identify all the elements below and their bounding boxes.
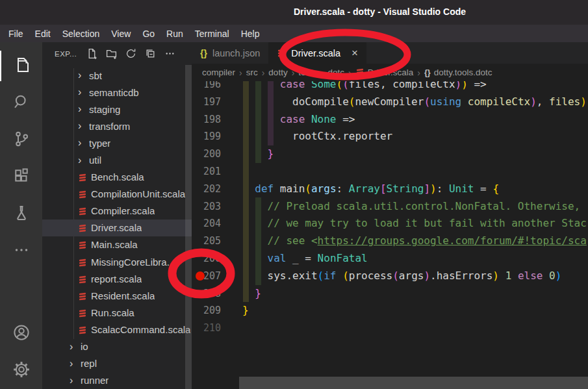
sidebar-scrollbar[interactable] (185, 65, 192, 389)
code-line-text: } (221, 285, 261, 303)
tree-item-sbt[interactable]: ›sbt (42, 67, 192, 84)
line-number: 200 (192, 145, 221, 163)
activity-search[interactable] (0, 84, 42, 121)
tree-item-semanticdb[interactable]: ›semanticdb (42, 84, 192, 101)
scala-file-icon (78, 257, 91, 267)
tree-item-typer[interactable]: ›typer (42, 134, 192, 151)
chevron-right-icon: › (70, 375, 81, 386)
code-line-201[interactable]: 201 (192, 163, 588, 181)
gear-icon (12, 360, 31, 382)
activity-settings[interactable] (0, 352, 42, 389)
tab-driver-scala[interactable]: Driver.scala× (268, 42, 366, 64)
collapse-all-icon[interactable] (143, 46, 158, 61)
code-line-198[interactable]: 198 case None => (192, 111, 588, 129)
tree-item-staging[interactable]: ›staging (42, 101, 192, 118)
breadcrumb-item-dotc[interactable]: dotc (328, 68, 345, 77)
tree-item-report-scala[interactable]: report.scala (42, 270, 192, 287)
scala-file-icon (78, 274, 87, 284)
code-line-205[interactable]: 205 // see <https://groups.google.com/fo… (192, 232, 588, 250)
code-line-197[interactable]: 197 doCompile(newCompiler(using compileC… (192, 94, 588, 111)
scala-file-icon (78, 223, 87, 232)
tree-item-compiler-scala[interactable]: Compiler.scala (42, 203, 192, 220)
tab-launch-json[interactable]: {}launch.json (192, 42, 268, 64)
tree-item-driver-scala[interactable]: Driver.scala (42, 220, 192, 236)
new-folder-icon[interactable] (104, 46, 119, 61)
tree-item-run-scala[interactable]: Run.scala (42, 304, 192, 321)
tree-item-compilationunit-scala[interactable]: CompilationUnit.scala (42, 186, 192, 203)
scala-file-icon (78, 291, 87, 301)
code-line-206[interactable]: 206 val _ = NonFatal (192, 250, 588, 268)
line-number: 206 (192, 250, 221, 268)
chevron-right-icon: › (78, 155, 89, 166)
menu-edit[interactable]: Edit (29, 29, 57, 39)
activity-account[interactable] (0, 315, 42, 352)
breadcrumb-item-dotty[interactable]: dotty (268, 68, 287, 77)
scala-file-icon (78, 274, 91, 284)
activity-more[interactable] (0, 232, 42, 270)
tree-item-scalaccommand-scala[interactable]: ScalacCommand.scala (42, 321, 192, 338)
menu-selection[interactable]: Selection (57, 29, 106, 39)
activity-testing[interactable] (0, 195, 42, 232)
menu-file[interactable]: File (3, 29, 29, 39)
editor-group: {}launch.jsonDriver.scala× compiler›src›… (192, 42, 588, 389)
code-line-199[interactable]: 199 rootCtx.reporter (192, 128, 588, 145)
code-line-202[interactable]: 202 def main(args: Array[String]): Unit … (192, 181, 588, 198)
scala-file-icon (277, 47, 286, 57)
editor-horizontal-scrollbar[interactable] (239, 377, 588, 389)
tree-item-label: report.scala (91, 273, 142, 284)
tree-item-resident-scala[interactable]: Resident.scala (42, 287, 192, 304)
breadcrumb-item-dotty-tools-dotc[interactable]: {}dotty.tools.dotc (424, 68, 492, 77)
code-line-208[interactable]: 208 } (192, 285, 588, 303)
tree-item-util[interactable]: ›util (42, 151, 192, 168)
breadcrumb-item-tools[interactable]: tools (298, 68, 317, 77)
code-line-text: rootCtx.reporter (221, 128, 392, 145)
tree-item-bench-scala[interactable]: Bench.scala (42, 169, 192, 186)
breadcrumb-item-src[interactable]: src (246, 68, 258, 77)
refresh-icon[interactable] (123, 46, 138, 61)
close-icon[interactable]: × (352, 47, 358, 58)
chevron-right-icon: › (70, 358, 81, 369)
chevron-right-icon: › (78, 138, 89, 148)
tree-item-label: Compiler.scala (91, 205, 155, 216)
more-actions-icon[interactable] (162, 46, 177, 61)
activity-explorer[interactable] (0, 47, 42, 84)
activity-extensions[interactable] (0, 158, 42, 195)
tree-item-io[interactable]: ›io (42, 338, 192, 355)
code-editor[interactable]: 196 case Some((files, compileCtx)) =>197… (192, 76, 588, 337)
menu-help[interactable]: Help (235, 29, 266, 39)
code-line-200[interactable]: 200 } (192, 145, 588, 163)
code-line-207[interactable]: 207 sys.exit(if (process(args).hasErrors… (192, 268, 588, 285)
breadcrumb-separator: › (348, 68, 352, 78)
tree-item-missingcorelibra[interactable]: MissingCoreLibra... (42, 253, 192, 270)
tree-item-transform[interactable]: ›transform (42, 118, 192, 134)
activity-source-control[interactable] (0, 121, 42, 158)
new-file-icon[interactable] (84, 46, 99, 61)
menu-go[interactable]: Go (136, 29, 160, 39)
json-file-icon: {} (200, 48, 207, 58)
scala-file-icon (78, 257, 87, 267)
code-line-203[interactable]: 203 // Preload scala.util.control.NonFat… (192, 198, 588, 216)
tree-item-runner[interactable]: ›runner (42, 372, 192, 389)
line-number: 209 (192, 302, 221, 320)
line-number: 210 (192, 320, 221, 337)
line-number: 205 (192, 232, 221, 250)
account-icon (12, 323, 31, 345)
tree-item-label: ScalacCommand.scala (91, 324, 190, 335)
tree-item-label: transform (89, 121, 130, 132)
code-line-210[interactable]: 210 (192, 320, 588, 337)
breadcrumb-item-compiler[interactable]: compiler (202, 68, 235, 77)
breadcrumb-item-driver-scala[interactable]: Driver.scala (355, 67, 414, 79)
tree-item-label: Bench.scala (91, 171, 144, 182)
scala-file-icon (355, 67, 364, 79)
tree-item-main-scala[interactable]: Main.scala (42, 236, 192, 253)
breakpoint-dot[interactable] (196, 271, 205, 281)
menu-view[interactable]: View (105, 29, 136, 39)
line-number: 202 (192, 181, 221, 198)
tree-item-repl[interactable]: ›repl (42, 355, 192, 372)
tree-item-label: util (89, 155, 101, 166)
menu-run[interactable]: Run (160, 29, 189, 39)
menu-terminal[interactable]: Terminal (189, 29, 235, 39)
code-line-209[interactable]: 209} (192, 302, 588, 320)
code-line-204[interactable]: 204 // we may try to load it but fail wi… (192, 215, 588, 232)
scala-file-icon (78, 325, 91, 334)
